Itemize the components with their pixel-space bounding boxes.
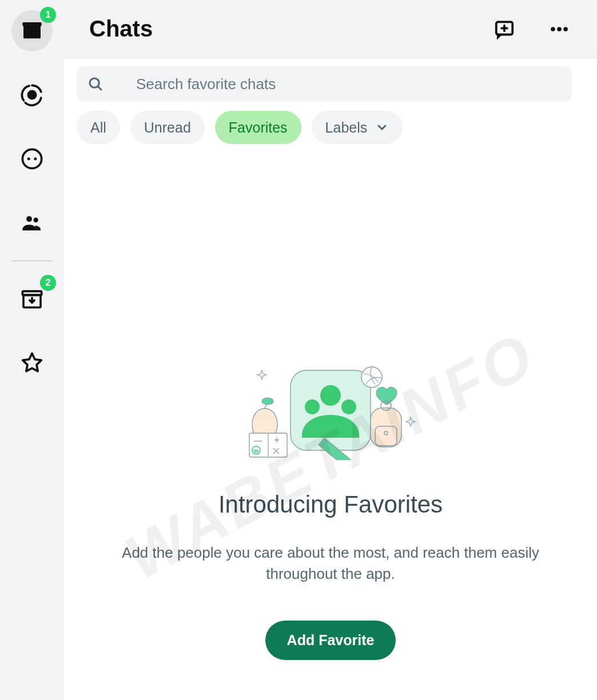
search-bar[interactable] xyxy=(77,66,572,102)
svg-point-3 xyxy=(28,91,35,98)
badge-count: 1 xyxy=(40,7,56,23)
svg-point-14 xyxy=(563,27,568,31)
sidebar-nav: 1 2 xyxy=(0,0,64,700)
search-icon xyxy=(87,75,104,93)
badge-count: 2 xyxy=(40,275,56,291)
filter-favorites[interactable]: Favorites xyxy=(215,111,301,144)
svg-point-25 xyxy=(305,399,320,414)
promo-title: Introducing Favorites xyxy=(218,491,443,518)
archived-icon xyxy=(21,287,43,310)
svg-point-12 xyxy=(551,27,555,31)
svg-point-8 xyxy=(34,218,38,222)
favorites-illustration xyxy=(239,360,422,462)
new-chat-icon xyxy=(493,18,515,40)
main-panel: Chats All Unread Favorites Labels xyxy=(64,0,597,700)
filter-chips: All Unread Favorites Labels xyxy=(64,102,597,144)
sidebar-divider xyxy=(11,261,53,261)
filter-labels[interactable]: Labels xyxy=(312,111,403,144)
filter-all[interactable]: All xyxy=(77,111,120,144)
svg-rect-1 xyxy=(22,22,41,26)
svg-point-6 xyxy=(34,158,37,161)
svg-point-26 xyxy=(341,399,356,414)
status-icon xyxy=(21,83,43,106)
svg-point-7 xyxy=(26,216,32,222)
communities-icon xyxy=(21,211,43,234)
svg-rect-23 xyxy=(290,370,371,450)
search-container xyxy=(64,58,597,102)
svg-rect-10 xyxy=(22,291,41,295)
svg-point-24 xyxy=(320,385,341,406)
svg-point-5 xyxy=(27,158,30,161)
svg-point-13 xyxy=(557,27,562,31)
chat-archive-icon xyxy=(21,19,43,42)
svg-rect-29 xyxy=(375,426,397,446)
sidebar-item-chats[interactable]: 1 xyxy=(11,10,53,51)
sidebar-item-status[interactable] xyxy=(11,74,53,115)
chevron-down-icon xyxy=(375,121,389,134)
sidebar-item-channels[interactable] xyxy=(11,138,53,179)
menu-button[interactable] xyxy=(547,17,572,42)
new-chat-button[interactable] xyxy=(492,17,517,42)
filter-labels-text: Labels xyxy=(325,119,368,136)
header-actions xyxy=(492,17,572,42)
filter-unread[interactable]: Unread xyxy=(130,111,205,144)
more-icon xyxy=(548,18,570,40)
header-bar: Chats xyxy=(64,0,597,58)
sidebar-item-communities[interactable] xyxy=(11,202,53,243)
sidebar-item-archived[interactable]: 2 xyxy=(11,278,53,319)
promo-description: Add the people you care about the most, … xyxy=(113,542,548,584)
star-icon xyxy=(21,351,43,374)
svg-point-4 xyxy=(22,149,41,168)
page-title: Chats xyxy=(89,16,492,42)
sidebar-item-starred[interactable] xyxy=(11,342,53,383)
search-input[interactable] xyxy=(136,75,562,93)
add-favorite-button[interactable]: Add Favorite xyxy=(265,621,396,660)
content-area: WABETAINFO xyxy=(64,144,597,700)
app-root: 1 2 Chats xyxy=(0,0,597,700)
channels-icon xyxy=(21,147,43,170)
svg-point-16 xyxy=(262,398,273,405)
svg-rect-2 xyxy=(29,30,35,31)
